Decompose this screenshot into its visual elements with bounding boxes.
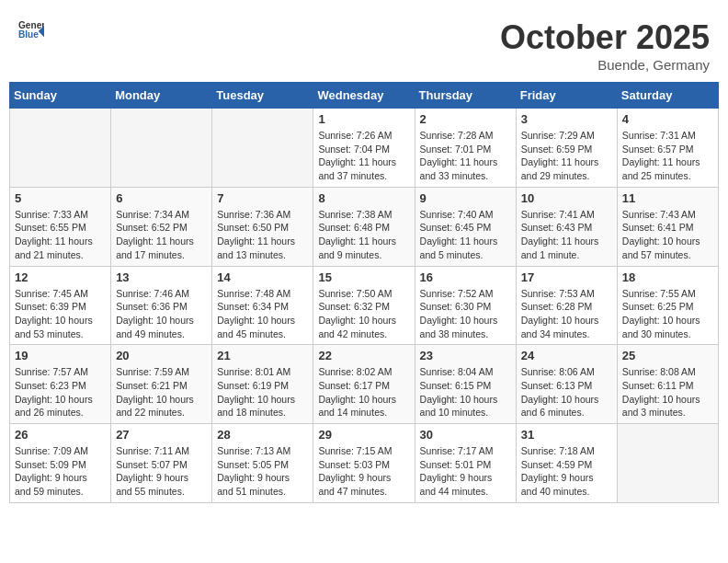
day-number: 10: [521, 191, 612, 205]
day-info: Sunrise: 7:13 AMSunset: 5:05 PMDaylight:…: [217, 444, 308, 499]
day-number: 19: [15, 349, 106, 362]
calendar-cell: 30Sunrise: 7:17 AMSunset: 5:01 PMDayligh…: [415, 424, 516, 503]
calendar-cell: 6Sunrise: 7:34 AMSunset: 6:52 PMDaylight…: [111, 187, 212, 266]
calendar-cell: 1Sunrise: 7:26 AMSunset: 7:04 PMDaylight…: [313, 109, 415, 188]
svg-text:Blue: Blue: [18, 29, 39, 40]
calendar-cell: 2Sunrise: 7:28 AMSunset: 7:01 PMDaylight…: [415, 109, 516, 188]
day-info: Sunrise: 7:57 AMSunset: 6:23 PMDaylight:…: [15, 365, 106, 419]
day-number: 9: [420, 191, 511, 205]
day-info: Sunrise: 7:28 AMSunset: 7:01 PMDaylight:…: [420, 129, 511, 183]
calendar-cell: 4Sunrise: 7:31 AMSunset: 6:57 PMDaylight…: [617, 109, 718, 188]
calendar-cell: 16Sunrise: 7:52 AMSunset: 6:30 PMDayligh…: [415, 266, 516, 345]
day-info: Sunrise: 7:09 AMSunset: 5:09 PMDaylight:…: [15, 444, 106, 499]
calendar-cell: 25Sunrise: 8:08 AMSunset: 6:11 PMDayligh…: [617, 345, 718, 424]
page-header: General Blue October 2025 Buende, German…: [9, 9, 719, 77]
day-number: 1: [318, 112, 409, 126]
day-number: 5: [15, 191, 106, 205]
calendar-cell: 3Sunrise: 7:29 AMSunset: 6:59 PMDaylight…: [516, 109, 617, 188]
day-number: 28: [217, 428, 308, 442]
day-info: Sunrise: 7:45 AMSunset: 6:39 PMDaylight:…: [15, 287, 106, 341]
logo: General Blue: [18, 18, 44, 44]
day-info: Sunrise: 7:52 AMSunset: 6:30 PMDaylight:…: [420, 287, 511, 341]
day-number: 26: [15, 428, 106, 442]
weekday-header: Tuesday: [212, 83, 313, 109]
day-number: 8: [318, 191, 409, 205]
day-info: Sunrise: 7:26 AMSunset: 7:04 PMDaylight:…: [318, 129, 409, 183]
day-number: 3: [521, 112, 612, 126]
calendar-table: SundayMondayTuesdayWednesdayThursdayFrid…: [9, 82, 719, 503]
calendar-cell: 22Sunrise: 8:02 AMSunset: 6:17 PMDayligh…: [313, 345, 415, 424]
calendar-cell: 8Sunrise: 7:38 AMSunset: 6:48 PMDaylight…: [313, 187, 415, 266]
calendar-cell: 5Sunrise: 7:33 AMSunset: 6:55 PMDaylight…: [10, 187, 111, 266]
calendar-cell: 19Sunrise: 7:57 AMSunset: 6:23 PMDayligh…: [10, 345, 111, 424]
day-info: Sunrise: 7:46 AMSunset: 6:36 PMDaylight:…: [116, 287, 207, 341]
calendar-cell: 12Sunrise: 7:45 AMSunset: 6:39 PMDayligh…: [10, 266, 111, 345]
calendar-cell: 14Sunrise: 7:48 AMSunset: 6:34 PMDayligh…: [212, 266, 313, 345]
day-number: 22: [318, 349, 409, 362]
day-info: Sunrise: 7:15 AMSunset: 5:03 PMDaylight:…: [318, 444, 409, 499]
day-info: Sunrise: 8:06 AMSunset: 6:13 PMDaylight:…: [521, 365, 612, 419]
day-number: 23: [420, 349, 511, 362]
day-info: Sunrise: 7:33 AMSunset: 6:55 PMDaylight:…: [15, 208, 106, 262]
day-info: Sunrise: 7:53 AMSunset: 6:28 PMDaylight:…: [521, 287, 612, 341]
day-info: Sunrise: 7:18 AMSunset: 4:59 PMDaylight:…: [521, 444, 612, 499]
day-number: 25: [622, 349, 713, 362]
calendar-week-row: 26Sunrise: 7:09 AMSunset: 5:09 PMDayligh…: [10, 424, 719, 503]
logo-icon: General Blue: [18, 18, 44, 44]
day-number: 15: [318, 270, 409, 284]
calendar-week-row: 19Sunrise: 7:57 AMSunset: 6:23 PMDayligh…: [10, 345, 719, 424]
day-info: Sunrise: 7:48 AMSunset: 6:34 PMDaylight:…: [217, 287, 308, 341]
day-info: Sunrise: 7:36 AMSunset: 6:50 PMDaylight:…: [217, 208, 308, 262]
calendar-cell: 18Sunrise: 7:55 AMSunset: 6:25 PMDayligh…: [617, 266, 718, 345]
calendar-cell: 7Sunrise: 7:36 AMSunset: 6:50 PMDaylight…: [212, 187, 313, 266]
calendar-cell: [10, 109, 111, 188]
day-number: 30: [420, 428, 511, 442]
day-info: Sunrise: 8:02 AMSunset: 6:17 PMDaylight:…: [318, 365, 409, 419]
day-number: 17: [521, 270, 612, 284]
calendar-cell: 31Sunrise: 7:18 AMSunset: 4:59 PMDayligh…: [516, 424, 617, 503]
calendar-cell: 27Sunrise: 7:11 AMSunset: 5:07 PMDayligh…: [111, 424, 212, 503]
day-number: 27: [116, 428, 207, 442]
weekday-header: Monday: [111, 83, 212, 109]
calendar-cell: 24Sunrise: 8:06 AMSunset: 6:13 PMDayligh…: [516, 345, 617, 424]
title-block: October 2025 Buende, Germany: [500, 18, 710, 73]
day-number: 31: [521, 428, 612, 442]
month-title: October 2025: [500, 18, 710, 57]
day-info: Sunrise: 7:38 AMSunset: 6:48 PMDaylight:…: [318, 208, 409, 262]
day-info: Sunrise: 8:08 AMSunset: 6:11 PMDaylight:…: [622, 365, 713, 419]
day-number: 20: [116, 349, 207, 362]
calendar-cell: 23Sunrise: 8:04 AMSunset: 6:15 PMDayligh…: [415, 345, 516, 424]
calendar-cell: 13Sunrise: 7:46 AMSunset: 6:36 PMDayligh…: [111, 266, 212, 345]
calendar-cell: 11Sunrise: 7:43 AMSunset: 6:41 PMDayligh…: [617, 187, 718, 266]
day-number: 7: [217, 191, 308, 205]
day-number: 21: [217, 349, 308, 362]
calendar-cell: 28Sunrise: 7:13 AMSunset: 5:05 PMDayligh…: [212, 424, 313, 503]
day-number: 12: [15, 270, 106, 284]
calendar-cell: [617, 424, 718, 503]
day-info: Sunrise: 7:40 AMSunset: 6:45 PMDaylight:…: [420, 208, 511, 262]
location: Buende, Germany: [500, 57, 710, 73]
calendar-cell: [212, 109, 313, 188]
calendar-week-row: 5Sunrise: 7:33 AMSunset: 6:55 PMDaylight…: [10, 187, 719, 266]
calendar-cell: 9Sunrise: 7:40 AMSunset: 6:45 PMDaylight…: [415, 187, 516, 266]
day-number: 4: [622, 112, 713, 126]
day-info: Sunrise: 7:41 AMSunset: 6:43 PMDaylight:…: [521, 208, 612, 262]
day-number: 2: [420, 112, 511, 126]
day-info: Sunrise: 7:31 AMSunset: 6:57 PMDaylight:…: [622, 129, 713, 183]
day-number: 18: [622, 270, 713, 284]
weekday-header: Saturday: [617, 83, 718, 109]
weekday-header: Friday: [516, 83, 617, 109]
day-info: Sunrise: 7:43 AMSunset: 6:41 PMDaylight:…: [622, 208, 713, 262]
day-number: 16: [420, 270, 511, 284]
calendar-cell: 21Sunrise: 8:01 AMSunset: 6:19 PMDayligh…: [212, 345, 313, 424]
calendar-cell: 20Sunrise: 7:59 AMSunset: 6:21 PMDayligh…: [111, 345, 212, 424]
day-number: 29: [318, 428, 409, 442]
day-number: 14: [217, 270, 308, 284]
weekday-header-row: SundayMondayTuesdayWednesdayThursdayFrid…: [10, 83, 719, 109]
calendar-cell: 26Sunrise: 7:09 AMSunset: 5:09 PMDayligh…: [10, 424, 111, 503]
day-number: 13: [116, 270, 207, 284]
calendar-cell: [111, 109, 212, 188]
day-number: 11: [622, 191, 713, 205]
day-number: 24: [521, 349, 612, 362]
day-number: 6: [116, 191, 207, 205]
